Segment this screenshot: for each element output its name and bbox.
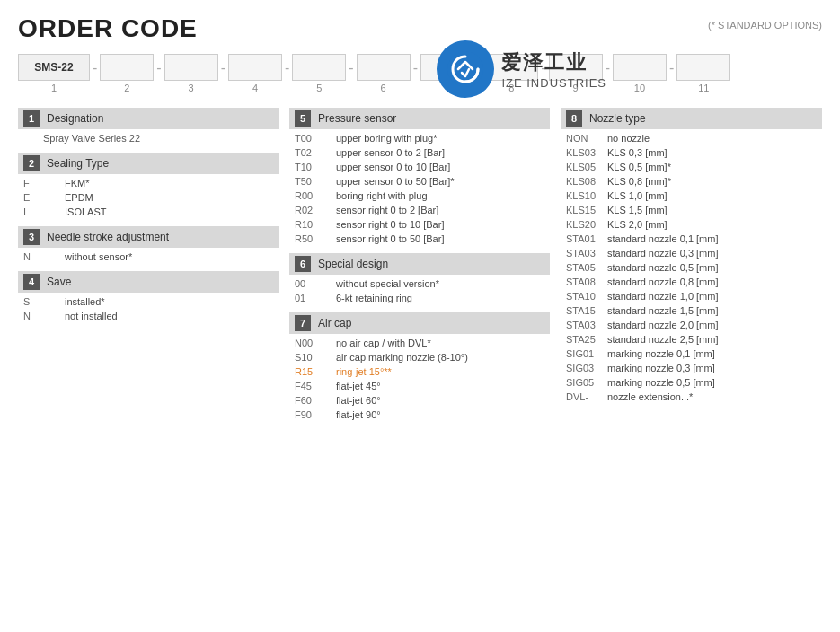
list-item: NON no nozzle — [561, 131, 822, 145]
row-code: R02 — [295, 205, 329, 215]
standard-options-note: (* STANDARD OPTIONS) — [708, 20, 822, 31]
row-code: R00 — [295, 190, 329, 201]
section-3-title: Needle stroke adjustment — [47, 231, 169, 243]
row-code: T02 — [295, 147, 329, 158]
oc-box-3 — [164, 54, 218, 81]
list-item: T10 upper sensor 0 to 10 [Bar] — [289, 160, 550, 174]
row-desc: flat-jet 45° — [336, 381, 381, 391]
section-7-body: N00 no air cap / with DVL* S10 air cap m… — [289, 336, 550, 422]
row-desc: KLS 0,3 [mm] — [607, 147, 668, 158]
row-desc: ISOLAST — [65, 206, 106, 217]
list-item: N without sensor* — [18, 250, 279, 264]
section-5-num: 5 — [295, 110, 311, 127]
row-desc: KLS 1,5 [mm] — [607, 205, 668, 215]
list-item: S installed* — [18, 294, 279, 309]
row-desc: ring-jet 15°** — [336, 366, 392, 377]
list-item: STA08 standard nozzle 0,8 [mm] — [561, 275, 822, 289]
logo-circle — [437, 40, 494, 98]
section-1-title: Designation — [47, 112, 103, 125]
row-desc: marking nozzle 0,5 [mm] — [607, 377, 715, 388]
list-item: T02 upper sensor 0 to 2 [Bar] — [289, 145, 550, 160]
section-5-body: T00 upper boring with plug* T02 upper se… — [289, 131, 550, 246]
section-4-header: 4 Save — [18, 271, 279, 293]
page-title: ORDER CODE — [18, 14, 198, 43]
oc-label-6: 6 — [381, 83, 386, 93]
list-item: STA15 standard nozzle 1,5 [mm] — [561, 303, 822, 318]
row-code: KLS20 — [566, 219, 600, 230]
oc-dash-6: - — [411, 54, 420, 76]
row-code: NON — [566, 133, 600, 144]
oc-segment-11: 11 — [676, 54, 730, 93]
list-item: R00 boring right with plug — [289, 189, 550, 203]
section-2-body: F FKM* E EPDM I ISOLAST — [18, 176, 279, 219]
row-desc: standard nozzle 2,5 [mm] — [607, 334, 719, 345]
section-4-title: Save — [47, 276, 71, 288]
row-desc: KLS 2,0 [mm] — [607, 219, 668, 230]
list-item: R02 sensor right 0 to 2 [Bar] — [289, 203, 550, 217]
row-desc: standard nozzle 1,0 [mm] — [607, 291, 719, 302]
section-7-header: 7 Air cap — [289, 312, 550, 334]
designation-row: Spray Valve Series 22 — [18, 131, 279, 145]
row-desc: marking nozzle 0,3 [mm] — [607, 363, 715, 373]
row-desc: upper sensor 0 to 10 [Bar] — [336, 162, 450, 172]
row-code: T50 — [295, 176, 329, 187]
list-item: F45 flat-jet 45° — [289, 379, 550, 393]
section-4-num: 4 — [23, 274, 40, 290]
row-code: 01 — [295, 293, 329, 303]
col-left: 1 Designation Spray Valve Series 22 2 Se… — [18, 108, 279, 429]
list-item: S10 air cap marking nozzle (8-10°) — [289, 350, 550, 364]
section-8-header: 8 Nozzle type — [561, 108, 822, 129]
oc-label-3: 3 — [189, 83, 194, 93]
row-desc: sensor right 0 to 50 [Bar] — [336, 233, 444, 244]
list-item: KLS08 KLS 0,8 [mm]* — [561, 174, 822, 189]
list-item: R10 sensor right 0 to 10 [Bar] — [289, 217, 550, 232]
list-item: N00 no air cap / with DVL* — [289, 336, 550, 350]
section-2-title: Sealing Type — [47, 157, 109, 170]
row-desc: nozzle extension...* — [607, 391, 693, 402]
row-code: STA15 — [566, 305, 600, 316]
section-1-header: 1 Designation — [18, 108, 279, 129]
row-code: KLS05 — [566, 162, 600, 172]
section-8-num: 8 — [566, 110, 582, 127]
section-3: 3 Needle stroke adjustment N without sen… — [18, 226, 279, 264]
col-mid: 5 Pressure sensor T00 upper boring with … — [289, 108, 550, 429]
list-item: N not installed — [18, 309, 279, 323]
row-code: S10 — [295, 352, 329, 363]
oc-dash-10: - — [667, 54, 676, 76]
list-item: KLS05 KLS 0,5 [mm]* — [561, 160, 822, 174]
section-2-header: 2 Sealing Type — [18, 153, 279, 174]
oc-label-2: 2 — [124, 83, 129, 93]
list-item: STA05 standard nozzle 0,5 [mm] — [561, 260, 822, 275]
oc-segment-2: 2 — [100, 54, 154, 93]
oc-dash-3: - — [218, 54, 228, 76]
oc-box-5 — [292, 54, 346, 81]
row-code: E — [23, 192, 57, 203]
row-code: KLS15 — [566, 205, 600, 215]
row-desc: standard nozzle 0,1 [mm] — [607, 233, 719, 244]
row-desc: installed* — [65, 296, 105, 307]
row-code: N — [23, 311, 57, 321]
row-code: S — [23, 296, 57, 307]
section-6-body: 00 without special version* 01 6-kt reta… — [289, 276, 550, 305]
row-code: 00 — [295, 278, 329, 289]
row-desc: KLS 1,0 [mm] — [607, 190, 668, 201]
oc-box-2 — [100, 54, 154, 81]
row-desc: flat-jet 60° — [336, 395, 381, 406]
row-code: I — [23, 206, 57, 217]
row-desc: standard nozzle 0,8 [mm] — [607, 276, 719, 287]
row-desc: upper sensor 0 to 50 [Bar]* — [336, 176, 454, 187]
row-desc: EPDM — [65, 192, 93, 203]
list-item: KLS20 KLS 2,0 [mm] — [561, 217, 822, 232]
section-1-num: 1 — [23, 110, 40, 127]
oc-segment-5: 5 — [292, 54, 346, 93]
list-item: DVL- nozzle extension...* — [561, 390, 822, 404]
row-code: F — [23, 178, 57, 189]
list-item: STA25 standard nozzle 2,5 [mm] — [561, 332, 822, 347]
row-code: STA03 — [566, 320, 600, 330]
row-desc: upper sensor 0 to 2 [Bar] — [336, 147, 445, 158]
list-item: R50 sensor right 0 to 50 [Bar] — [289, 232, 550, 246]
logo-cn-text: 爱泽工业 — [501, 49, 606, 76]
row-code: STA25 — [566, 334, 600, 345]
row-code: SIG05 — [566, 377, 600, 388]
row-code: KLS08 — [566, 176, 600, 187]
